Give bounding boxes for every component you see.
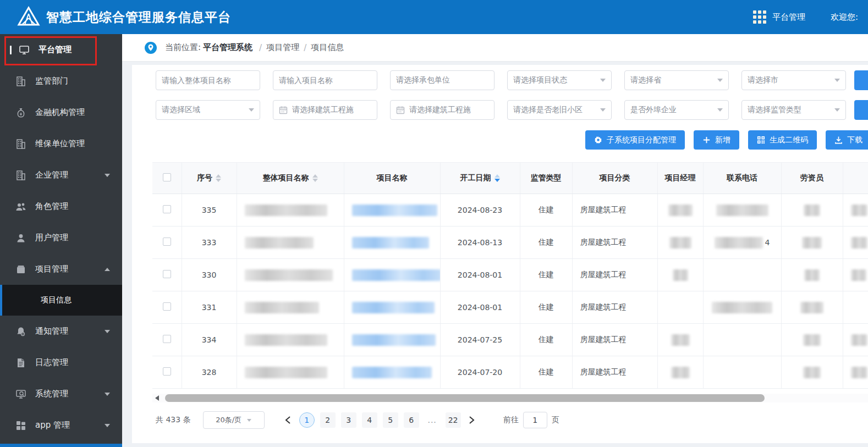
page-button-6[interactable]: 6 <box>404 412 419 428</box>
header-nav-platform[interactable]: 平台管理 <box>772 12 805 23</box>
breadcrumb-item-project[interactable]: 项目管理 <box>266 42 299 53</box>
redacted-cell <box>703 324 781 356</box>
redacted-cell <box>237 194 344 227</box>
chevron-down-icon <box>717 108 723 112</box>
redacted-cell <box>781 324 843 356</box>
redacted-blur-block <box>352 334 436 346</box>
select-all-checkbox[interactable] <box>163 173 171 181</box>
column-header-2[interactable]: 整体项目名称 <box>237 163 344 194</box>
doc-icon <box>15 357 26 368</box>
add-button[interactable]: 新增 <box>694 130 739 150</box>
scrollbar-thumb[interactable] <box>165 394 765 402</box>
filter-select-row2-1[interactable]: 请选择区域 <box>156 100 260 120</box>
page-size-select[interactable]: 20条/页 <box>203 411 265 429</box>
filter-select-row1-5[interactable]: 请选择省 <box>624 70 729 90</box>
redacted-blur-block <box>352 269 441 281</box>
brand-logo-icon <box>17 6 41 28</box>
table-row: 3282024-07-20住建房屋建筑工程 <box>152 356 868 389</box>
visible-digit: 4 <box>765 238 770 247</box>
redacted-blur-block <box>800 302 823 313</box>
goto-page-input[interactable] <box>523 412 547 428</box>
breadcrumb-separator: / <box>259 43 262 53</box>
row-checkbox[interactable] <box>163 238 171 246</box>
page-button-2[interactable]: 2 <box>320 412 336 428</box>
filter-text-input[interactable] <box>279 76 371 85</box>
sidebar-item-user[interactable]: 用户管理 <box>0 222 122 253</box>
project-category-cell: 房屋建筑工程 <box>572 259 657 291</box>
sidebar-item-system[interactable]: 系统管理 <box>0 378 122 410</box>
page-button-4[interactable]: 4 <box>362 412 377 428</box>
filter-text-input[interactable] <box>162 76 254 85</box>
chevron-down-icon <box>247 419 251 422</box>
app-root: 智慧工地综合管理服务信息平台 平台管理 欢迎您: 平台管理监管部门金融机构管理维… <box>0 0 868 447</box>
sidebar-item-enterprise[interactable]: 企业管理 <box>0 159 122 191</box>
row-checkbox-cell <box>152 194 182 227</box>
qrcode-button[interactable]: 生成二维码 <box>748 130 817 150</box>
sidebar-item-project[interactable]: 项目管理 <box>0 253 122 285</box>
scrollbar-left-arrow-icon[interactable] <box>155 395 159 401</box>
filter-placeholder: 请选择市 <box>748 75 831 85</box>
sidebar-item-platform[interactable]: 平台管理 <box>0 34 122 65</box>
row-checkbox-cell <box>152 324 182 356</box>
filter-select-row1-4[interactable]: 请选择项目状态 <box>507 70 612 90</box>
sort-carets-icon <box>312 174 318 182</box>
chevron-down-icon <box>105 330 110 333</box>
start-date-cell: 2024-08-13 <box>440 227 520 259</box>
sidebar-item-finance[interactable]: 金融机构管理 <box>0 97 122 128</box>
chevron-down-icon <box>600 108 606 112</box>
start-date-cell: 2024-07-25 <box>440 324 520 356</box>
column-header-1[interactable]: 序号 <box>182 163 237 194</box>
row-checkbox[interactable] <box>163 302 171 311</box>
sidebar-item-project-info[interactable]: 项目信息 <box>0 285 122 316</box>
row-checkbox[interactable] <box>163 270 171 278</box>
download-button[interactable]: 下载 <box>826 130 868 150</box>
apps-grid-icon[interactable] <box>752 10 767 24</box>
app-title: 智慧工地综合管理服务信息平台 <box>46 9 231 26</box>
next-page-button[interactable] <box>464 412 480 428</box>
page-button-3[interactable]: 3 <box>341 412 356 428</box>
redacted-cell <box>657 227 703 259</box>
filter-select-row2-6[interactable]: 请选择监管类型 <box>741 100 846 120</box>
redacted-blur-block <box>669 237 691 249</box>
sidebar-item-notice[interactable]: 通知管理 <box>0 316 122 347</box>
sidebar-item-app[interactable]: app 管理 <box>0 410 122 441</box>
sidebar-item-role[interactable]: 角色管理 <box>0 191 122 222</box>
row-checkbox[interactable] <box>163 367 171 376</box>
filter-placeholder: 请选择建筑工程施 <box>409 105 488 115</box>
chevron-down-icon <box>105 424 110 427</box>
filter-input-row1-1[interactable] <box>156 70 260 90</box>
cutoff-primary-button-1[interactable] <box>854 70 868 90</box>
filter-date-row2-3[interactable]: 请选择建筑工程施 <box>390 100 495 120</box>
goto-label: 前往 <box>503 415 519 425</box>
row-checkbox[interactable] <box>163 205 171 213</box>
row-checkbox-cell <box>152 259 182 291</box>
page-button-22[interactable]: 22 <box>446 412 461 428</box>
filter-select-row1-3[interactable]: 请选择承包单位 <box>390 70 495 90</box>
row-checkbox[interactable] <box>163 335 171 343</box>
sidebar-item-label: 维保单位管理 <box>35 139 85 149</box>
sidebar-item-regulator[interactable]: 监管部门 <box>0 65 122 97</box>
filter-input-row1-2[interactable] <box>273 70 377 90</box>
redacted-cell <box>237 291 344 324</box>
sidebar-item-label: 用户管理 <box>35 233 68 243</box>
sidebar-item-label: 平台管理 <box>39 45 72 55</box>
filter-select-row1-6[interactable]: 请选择市 <box>741 70 846 90</box>
sidebar-item-maintenance[interactable]: 维保单位管理 <box>0 128 122 159</box>
button-label: 子系统项目分配管理 <box>607 135 676 145</box>
filter-date-row2-2[interactable]: 请选择建筑工程施 <box>273 100 377 120</box>
sidebar: 平台管理监管部门金融机构管理维保单位管理企业管理角色管理用户管理项目管理项目信息… <box>0 34 122 447</box>
page-button-1[interactable]: 1 <box>299 412 315 428</box>
breadcrumb-separator: / <box>304 43 306 53</box>
breadcrumb-root[interactable]: 平台管理系统 <box>203 42 252 53</box>
sidebar-item-log[interactable]: 日志管理 <box>0 347 122 378</box>
column-header-4[interactable]: 开工日期 <box>440 163 520 194</box>
assign-button[interactable]: 子系统项目分配管理 <box>585 130 685 150</box>
filter-select-row2-4[interactable]: 请选择是否老旧小区 <box>507 100 612 120</box>
page-ellipsis[interactable]: ... <box>425 412 440 428</box>
redacted-cell <box>657 324 703 356</box>
prev-page-button[interactable] <box>280 412 296 428</box>
redacted-cell <box>843 324 868 356</box>
filter-select-row2-5[interactable]: 是否外埠企业 <box>624 100 729 120</box>
page-button-5[interactable]: 5 <box>383 412 398 428</box>
cutoff-primary-button-2[interactable] <box>854 100 868 120</box>
